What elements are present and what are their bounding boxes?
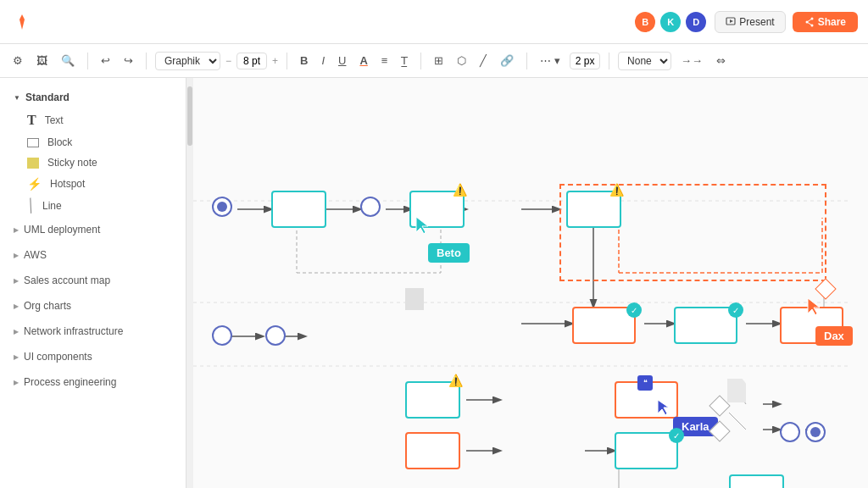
check-1: ✓ [626, 302, 642, 318]
sticky-1 [405, 288, 424, 310]
text-style-btn[interactable]: T̲ [397, 52, 412, 69]
more-btn[interactable]: ⋯ ▾ [536, 52, 565, 69]
standard-label: Standard [25, 92, 70, 103]
arrow-style-btn[interactable]: →→ [676, 52, 707, 69]
sales-chevron: ▶ [14, 277, 19, 285]
table-btn[interactable]: ⊞ [430, 52, 448, 69]
ui-chevron: ▶ [14, 353, 19, 361]
corner-select[interactable]: None [618, 52, 671, 70]
hotspot-item-label: Hotspot [50, 178, 85, 190]
present-button[interactable]: Present [715, 11, 785, 33]
sidebar-item-uml[interactable]: ▶ UML deployment [0, 217, 186, 242]
line-width-input[interactable] [570, 53, 600, 69]
sales-label: Sales account map [24, 274, 110, 286]
warning-2: ⚠️ [609, 183, 624, 197]
aws-label: AWS [24, 249, 47, 261]
line-item-label: Line [42, 200, 62, 212]
circle-2 [360, 197, 381, 217]
share-icon [804, 17, 815, 27]
sticky-icon [27, 158, 39, 169]
org-label: Org charts [24, 300, 71, 312]
aws-chevron: ▶ [14, 252, 19, 259]
minus-btn[interactable]: − [225, 55, 231, 67]
org-chevron: ▶ [14, 302, 19, 310]
block-icon [27, 138, 39, 147]
font-family-select[interactable]: Graphik [155, 52, 220, 70]
sidebar-item-aws[interactable]: ▶ AWS [0, 242, 186, 268]
circle-6-inner [810, 427, 821, 437]
rect-orange-3[interactable] [405, 432, 460, 469]
quote-badge: ❝ [637, 375, 653, 391]
svg-line-30 [729, 413, 746, 430]
text-item-label: Text [45, 114, 64, 126]
sidebar-item-org[interactable]: ▶ Org charts [0, 293, 186, 319]
fill-btn[interactable]: ⬡ [453, 52, 470, 69]
uml-chevron: ▶ [14, 226, 19, 234]
link-btn[interactable]: 🔗 [496, 52, 518, 69]
cursor-dax [805, 297, 822, 320]
sidebar-item-sticky[interactable]: Sticky note [0, 152, 186, 173]
image-btn[interactable]: 🖼 [32, 52, 52, 69]
canvas-svg [186, 78, 868, 488]
share-button[interactable]: Share [793, 12, 858, 32]
sidebar-item-ui[interactable]: ▶ UI components [0, 344, 186, 369]
sidebar-item-hotspot[interactable]: ⚡ Hotspot [0, 173, 186, 195]
sidebar-item-sales[interactable]: ▶ Sales account map [0, 268, 186, 293]
sticky-item-label: Sticky note [47, 157, 97, 169]
underline-btn[interactable]: U [334, 52, 350, 69]
diamond-1 [709, 395, 730, 416]
redo-btn[interactable]: ↪ [120, 52, 137, 69]
bold-btn[interactable]: B [296, 52, 312, 69]
rect-1[interactable] [271, 191, 326, 228]
cursor-beto [414, 215, 431, 239]
line-btn[interactable]: ╱ [476, 52, 491, 69]
sidebar-item-text[interactable]: T Text [0, 108, 186, 132]
avatar-dax: D [684, 10, 708, 34]
logo[interactable] [10, 10, 34, 34]
sidebar-item-block[interactable]: Block [0, 132, 186, 152]
sidebar-item-network[interactable]: ▶ Network infrastructure [0, 319, 186, 344]
network-label: Network infrastructure [24, 325, 123, 337]
sep5 [526, 53, 527, 69]
present-icon [726, 17, 736, 27]
label-beto: Beto [428, 243, 470, 263]
canvas[interactable]: ⚠️ Beto ⚠️ ✓ ✓ Dax [186, 78, 868, 488]
align-btn[interactable]: ≡ [377, 52, 392, 69]
sep2 [146, 53, 147, 69]
search-btn[interactable]: 🔍 [57, 52, 79, 69]
share-label: Share [818, 16, 846, 28]
undo-btn[interactable]: ↩ [97, 52, 114, 69]
warning-1: ⚠️ [453, 183, 467, 197]
standard-section-header[interactable]: ▼ Standard [0, 86, 186, 108]
check-3: ✓ [669, 428, 684, 443]
font-size-input[interactable] [236, 53, 267, 69]
plus-btn[interactable]: + [272, 55, 278, 67]
sidebar-item-line[interactable]: ╱ Line [0, 195, 186, 217]
align-dist-btn[interactable]: ⇔ [712, 52, 730, 69]
network-chevron: ▶ [14, 328, 19, 336]
warning-3: ⚠️ [448, 374, 463, 387]
svg-line-6 [807, 22, 812, 25]
uml-label: UML deployment [24, 224, 100, 236]
process-label: Process engineering [24, 376, 116, 388]
avatar-karla: K [659, 10, 682, 34]
circle-5 [780, 422, 800, 442]
settings-btn[interactable]: ⚙ [8, 52, 27, 69]
text-icon: T [27, 113, 36, 128]
font-color-btn[interactable]: A [355, 52, 371, 69]
italic-btn[interactable]: I [317, 52, 329, 69]
svg-line-5 [807, 19, 812, 22]
standard-chevron-down: ▼ [14, 94, 20, 102]
cursor-karla [656, 398, 671, 420]
sep3 [287, 53, 287, 69]
sep1 [87, 53, 88, 69]
sidebar-item-process[interactable]: ▶ Process engineering [0, 369, 186, 395]
sep6 [609, 53, 609, 69]
rect-teal-bottom[interactable] [729, 474, 784, 488]
sidebar: ▼ Standard T Text Block Sticky note ⚡ Ho… [0, 78, 186, 488]
circle-4 [265, 325, 286, 346]
line-icon: ╱ [25, 198, 37, 214]
hotspot-icon: ⚡ [27, 177, 42, 191]
circle-1-inner [217, 202, 227, 212]
avatar-beto: B [633, 10, 657, 34]
